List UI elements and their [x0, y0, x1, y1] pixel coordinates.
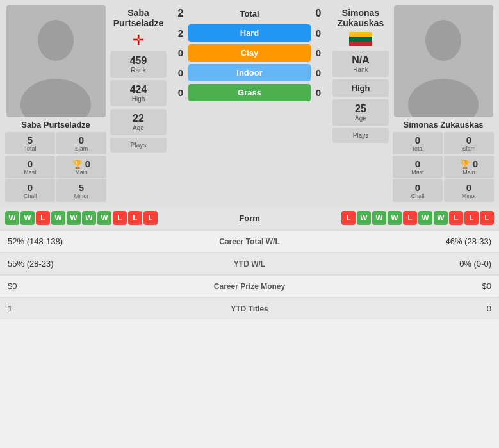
- right-age-label: Age: [338, 115, 384, 122]
- form-badge-w: W: [51, 211, 65, 225]
- right-form-badges: LWWWLWWLLL: [288, 211, 495, 225]
- left-minor-value: 5: [79, 182, 84, 193]
- right-chall-stat: 0 Chall: [393, 179, 443, 202]
- left-player-section: Saba Purtseladze 5 Total 0 Slam 0 Mast 🏆: [5, 5, 106, 202]
- grass-button[interactable]: Grass: [188, 84, 311, 101]
- right-stats-mid: 0 Mast 🏆 0 Main: [393, 156, 494, 178]
- surfaces-column: 2 Total 0 2 Hard 0 0 Clay 0 0 Indoor 0: [170, 5, 329, 202]
- clay-button[interactable]: Clay: [188, 44, 311, 62]
- stats-left-3: 1: [8, 304, 192, 313]
- right-rank-value: N/A: [338, 54, 384, 66]
- right-mast-stat: 0 Mast: [393, 156, 443, 178]
- left-mast-label: Mast: [8, 169, 53, 176]
- total-right-score: 0: [311, 8, 326, 19]
- stats-center-0: Career Total W/L: [192, 237, 307, 246]
- right-slam-label: Slam: [446, 145, 491, 152]
- right-high-value: High: [338, 83, 384, 93]
- total-row: 2 Total 0: [173, 5, 326, 22]
- main-container: Saba Purtseladze 5 Total 0 Slam 0 Mast 🏆: [0, 0, 499, 319]
- form-badge-w: W: [5, 211, 19, 225]
- right-total-label: Total: [395, 145, 440, 152]
- right-mast-label: Mast: [395, 169, 440, 176]
- left-age-label: Age: [115, 124, 161, 131]
- left-rank-label: Rank: [115, 67, 161, 74]
- right-stats-top: 0 Total 0 Slam: [393, 132, 494, 154]
- left-chall-value: 0: [28, 182, 33, 193]
- right-center-info: Simonas Zukauskas N/A Rank High 25 Age P…: [332, 5, 389, 202]
- left-stats-bot: 0 Chall 5 Minor: [5, 179, 106, 202]
- grass-left-score: 0: [173, 87, 188, 98]
- right-main-trophy: 🏆 0 Main: [444, 156, 494, 178]
- stats-left-1: 55% (28-23): [8, 259, 192, 269]
- right-flag: [349, 32, 372, 48]
- left-slam-label: Slam: [59, 145, 104, 152]
- left-total-value: 5: [28, 135, 33, 145]
- form-badge-w: W: [82, 211, 96, 225]
- left-mast-stat: 0 Mast: [5, 156, 55, 178]
- left-high-label: High: [115, 95, 161, 103]
- clay-row: 0 Clay 0: [173, 44, 326, 62]
- right-rank-label: Rank: [338, 66, 384, 73]
- indoor-right-score: 0: [311, 67, 326, 78]
- hard-button[interactable]: Hard: [188, 24, 311, 42]
- left-minor-label: Minor: [59, 193, 104, 199]
- form-badge-l: L: [403, 211, 417, 225]
- form-badge-w: W: [372, 211, 386, 225]
- right-plays-label: Plays: [338, 132, 384, 139]
- stats-left-0: 52% (148-138): [8, 236, 192, 246]
- form-badge-l: L: [341, 211, 356, 225]
- left-slam-value: 0: [79, 135, 84, 145]
- stats-row-3: 1YTD Titles0: [0, 298, 499, 319]
- right-chall-label: Chall: [395, 193, 440, 199]
- left-stats-top: 5 Total 0 Slam: [5, 132, 106, 154]
- stats-center-2: Career Prize Money: [192, 282, 307, 291]
- left-plays-block: Plays: [110, 138, 167, 153]
- form-badge-l: L: [449, 211, 463, 225]
- stats-row-1: 55% (28-23)YTD W/L0% (0-0): [0, 253, 499, 274]
- right-mast-value: 0: [415, 158, 420, 169]
- indoor-left-score: 0: [173, 67, 188, 78]
- left-main-value: 0: [85, 158, 90, 169]
- stats-center-3: YTD Titles: [192, 304, 307, 313]
- left-high-block: 424 High: [110, 80, 167, 106]
- clay-right-score: 0: [311, 47, 326, 58]
- total-left-score: 2: [173, 8, 188, 19]
- right-minor-value: 0: [466, 182, 471, 193]
- stats-table: 52% (148-138)Career Total W/L46% (28-33)…: [0, 231, 499, 319]
- form-badge-l: L: [113, 211, 127, 225]
- stats-right-0: 46% (28-33): [307, 236, 492, 246]
- stats-right-2: $0: [307, 281, 492, 291]
- left-player-name: Saba Purtseladze: [21, 120, 90, 129]
- form-badge-l: L: [128, 211, 142, 225]
- right-chall-value: 0: [415, 182, 420, 193]
- form-badge-w: W: [20, 211, 35, 225]
- right-main-label: Main: [446, 169, 491, 176]
- svg-point-1: [20, 79, 91, 117]
- stats-left-2: $0: [8, 281, 192, 291]
- left-chall-stat: 0 Chall: [5, 179, 55, 202]
- clay-left-score: 0: [173, 47, 188, 58]
- form-badge-w: W: [97, 211, 111, 225]
- left-form-badges: WWLWWWWLLL: [5, 211, 211, 225]
- form-badge-w: W: [434, 211, 448, 225]
- form-badge-w: W: [388, 211, 402, 225]
- right-minor-stat: 0 Minor: [444, 179, 494, 202]
- indoor-button[interactable]: Indoor: [188, 64, 311, 81]
- right-age-value: 25: [338, 103, 384, 115]
- form-badge-w: W: [67, 211, 81, 225]
- stats-row-2: $0Career Prize Money$0: [0, 276, 499, 297]
- trophy-icon-right: 🏆: [460, 160, 470, 169]
- right-player-name: Simonas Zukauskas: [404, 120, 484, 129]
- svg-point-2: [425, 20, 461, 61]
- left-total-stat: 5 Total: [5, 132, 55, 154]
- form-badge-w: W: [357, 211, 371, 225]
- right-minor-label: Minor: [446, 193, 491, 199]
- right-total-stat: 0 Total: [393, 132, 443, 154]
- left-player-avatar: [6, 5, 106, 117]
- left-stats-mid: 0 Mast 🏆 0 Main: [5, 156, 106, 178]
- left-chall-label: Chall: [8, 193, 53, 199]
- right-slam-value: 0: [466, 135, 471, 145]
- stats-right-3: 0: [307, 304, 492, 313]
- stats-right-1: 0% (0-0): [307, 259, 492, 269]
- grass-row: 0 Grass 0: [173, 84, 326, 101]
